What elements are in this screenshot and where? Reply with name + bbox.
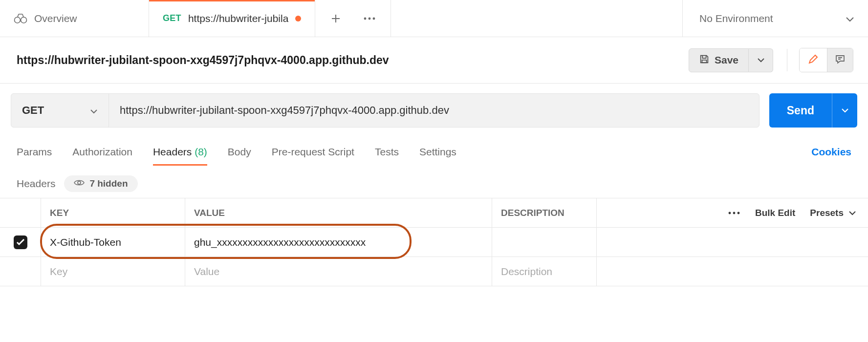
row-enabled-checkbox[interactable]: [14, 235, 27, 249]
svg-point-7: [729, 212, 731, 214]
column-checkbox: [0, 198, 41, 227]
headers-table-head: KEY VALUE DESCRIPTION Bulk Edit Presets: [0, 198, 868, 228]
svg-point-6: [78, 181, 81, 184]
save-label: Save: [715, 54, 738, 66]
bulk-edit-button[interactable]: Bulk Edit: [755, 208, 795, 218]
environment-label: No Environment: [699, 13, 773, 24]
header-value-input[interactable]: Value: [185, 257, 492, 286]
header-key-input[interactable]: X-Github-Token: [41, 228, 185, 256]
comments-button[interactable]: [827, 48, 853, 72]
hidden-count-label: 7 hidden: [89, 178, 128, 189]
save-more-button[interactable]: [749, 48, 773, 72]
table-row: X-Github-Token ghu_xxxxxxxxxxxxxxxxxxxxx…: [0, 228, 868, 257]
http-method-select[interactable]: GET: [11, 94, 109, 127]
svg-point-4: [373, 17, 375, 20]
svg-point-0: [15, 17, 21, 23]
row-spacer: [597, 228, 868, 256]
header-value-input[interactable]: ghu_xxxxxxxxxxxxxxxxxxxxxxxxxxxxx: [185, 228, 492, 256]
presets-label: Presets: [810, 208, 844, 218]
tab-authorization[interactable]: Authorization: [72, 139, 132, 165]
binoculars-icon: [14, 13, 27, 24]
send-button[interactable]: Send: [769, 93, 832, 128]
chevron-down-icon: [846, 13, 854, 24]
save-button[interactable]: Save: [689, 48, 749, 72]
more-columns-button[interactable]: [728, 211, 740, 215]
svg-point-8: [733, 212, 736, 214]
url-value: https://hubwriter-jubilant-spoon-xxg4597…: [120, 104, 449, 117]
edit-button[interactable]: [800, 48, 827, 72]
tab-request-title: https://hubwriter-jubila: [188, 13, 288, 24]
row-spacer: [597, 257, 868, 286]
tab-body[interactable]: Body: [228, 139, 251, 165]
table-row: Key Value Description: [0, 257, 868, 286]
header-key-placeholder: Key: [50, 266, 67, 278]
header-description-placeholder: Description: [501, 266, 552, 278]
tab-overview-label: Overview: [34, 13, 77, 24]
tab-headers[interactable]: Headers (8): [153, 139, 207, 165]
row-enabled-placeholder: [0, 257, 41, 286]
header-key-value: X-Github-Token: [50, 236, 121, 248]
header-value-value: ghu_xxxxxxxxxxxxxxxxxxxxxxxxxxxxx: [194, 236, 366, 248]
chevron-down-icon: [90, 104, 98, 117]
column-description: DESCRIPTION: [492, 198, 597, 227]
send-more-button[interactable]: [832, 93, 857, 128]
header-key-input[interactable]: Key: [41, 257, 185, 286]
tab-overview[interactable]: Overview: [0, 0, 149, 37]
comment-icon: [834, 53, 846, 67]
toggle-hidden-headers[interactable]: 7 hidden: [64, 175, 137, 192]
tab-headers-count: (8): [195, 146, 207, 157]
http-method-label: GET: [22, 104, 44, 117]
header-description-input[interactable]: Description: [492, 257, 597, 286]
environment-selector[interactable]: No Environment: [682, 0, 868, 37]
save-icon: [699, 54, 710, 67]
header-description-input[interactable]: [492, 228, 597, 256]
tab-params[interactable]: Params: [17, 139, 52, 165]
tab-headers-label: Headers: [153, 146, 192, 157]
tab-method-badge: GET: [163, 13, 181, 23]
svg-point-1: [21, 17, 27, 23]
cookies-link[interactable]: Cookies: [811, 146, 851, 158]
send-label: Send: [787, 104, 814, 117]
svg-point-2: [364, 17, 367, 20]
request-name: https://hubwriter-jubilant-spoon-xxg4597…: [17, 54, 689, 67]
pencil-icon: [807, 53, 819, 67]
tab-settings[interactable]: Settings: [419, 139, 456, 165]
svg-point-3: [369, 17, 371, 20]
eye-icon: [74, 178, 85, 189]
unsaved-dot-icon: [295, 16, 301, 21]
tab-prerequest[interactable]: Pre-request Script: [272, 139, 354, 165]
column-value: VALUE: [185, 198, 492, 227]
svg-rect-5: [702, 60, 706, 63]
divider: [787, 49, 787, 71]
header-value-placeholder: Value: [194, 266, 219, 278]
presets-button[interactable]: Presets: [810, 208, 856, 218]
column-key: KEY: [41, 198, 185, 227]
tab-tests[interactable]: Tests: [375, 139, 399, 165]
tab-request[interactable]: GET https://hubwriter-jubila: [149, 0, 315, 37]
svg-point-9: [738, 212, 740, 214]
new-tab-button[interactable]: [330, 13, 342, 24]
more-tabs-button[interactable]: [363, 17, 376, 21]
headers-heading: Headers: [17, 178, 55, 190]
url-input[interactable]: https://hubwriter-jubilant-spoon-xxg4597…: [109, 94, 759, 127]
